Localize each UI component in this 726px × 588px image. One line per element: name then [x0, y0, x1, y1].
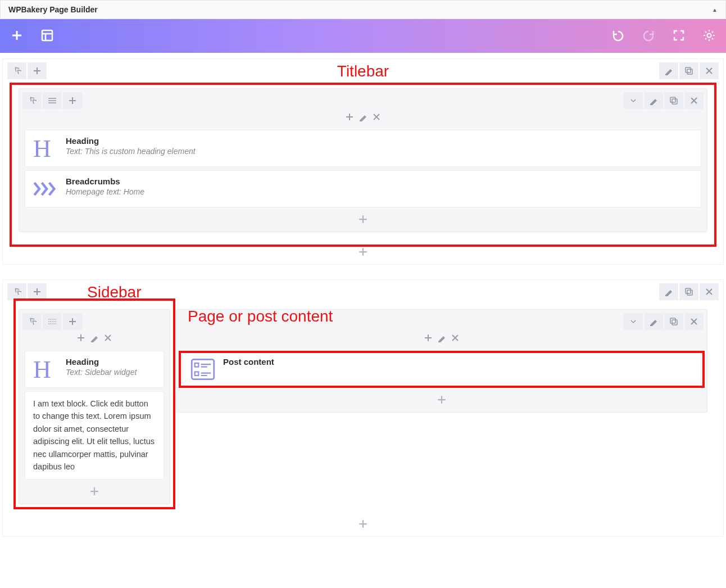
- element-name: Post content: [223, 357, 274, 367]
- column-sidebar: Heading Text: Sidebar widget I am text b…: [19, 309, 170, 504]
- element-post-content[interactable]: Post content: [182, 351, 701, 388]
- inner-edit-icon[interactable]: [359, 112, 367, 123]
- row-append-button[interactable]: [358, 522, 368, 531]
- inner-delete-icon[interactable]: [372, 112, 381, 123]
- element-name: Heading: [66, 136, 196, 146]
- editor-canvas: Titlebar: [0, 53, 726, 559]
- col-drag-handle[interactable]: [22, 313, 42, 330]
- heading-icon: [33, 136, 58, 161]
- element-sub: Homepage text: Home: [66, 187, 144, 196]
- inner-add-icon[interactable]: [424, 333, 433, 344]
- element-name: Breadcrumbs: [66, 177, 144, 186]
- undo-button[interactable]: [611, 29, 625, 44]
- column-content: Page or post content: [176, 309, 707, 413]
- col-options-button[interactable]: [624, 313, 643, 330]
- row-add-button[interactable]: [28, 62, 47, 79]
- col-append-button[interactable]: [437, 397, 447, 406]
- inner-add-icon[interactable]: [76, 333, 85, 344]
- textblock-content: I am text block. Click edit button to ch…: [33, 397, 156, 473]
- redo-button[interactable]: [642, 29, 655, 44]
- heading-icon: [33, 357, 58, 382]
- column-full: Heading Text: This is custom heading ele…: [19, 88, 707, 232]
- col-edit-button[interactable]: [644, 313, 663, 330]
- col-edit-button[interactable]: [644, 92, 663, 109]
- inner-delete-icon[interactable]: [103, 333, 112, 344]
- col-clone-button[interactable]: [664, 313, 683, 330]
- col-delete-button[interactable]: [684, 92, 704, 109]
- row-delete-button[interactable]: [700, 283, 719, 300]
- col-delete-button[interactable]: [684, 313, 704, 330]
- element-sub: Text: This is custom heading element: [66, 147, 196, 156]
- col-layout-button[interactable]: [43, 313, 62, 330]
- row-clone-button[interactable]: [679, 283, 698, 300]
- row-drag-handle[interactable]: [7, 283, 26, 300]
- element-breadcrumbs[interactable]: Breadcrumbs Homepage text: Home: [25, 170, 701, 207]
- inner-delete-icon[interactable]: [451, 333, 460, 344]
- collapse-icon[interactable]: ▲: [712, 7, 718, 13]
- row-content: Sidebar: [2, 279, 724, 537]
- element-textblock[interactable]: I am text block. Click edit button to ch…: [25, 391, 164, 480]
- col-clone-button[interactable]: [664, 92, 683, 109]
- row-edit-button[interactable]: [659, 62, 678, 79]
- row-append-button[interactable]: [358, 250, 368, 259]
- row-drag-handle[interactable]: [7, 62, 26, 79]
- post-content-icon: [190, 357, 215, 382]
- col-options-button[interactable]: [624, 92, 643, 109]
- top-toolbar: [0, 19, 726, 53]
- inner-edit-icon[interactable]: [90, 333, 99, 344]
- element-heading[interactable]: Heading Text: This is custom heading ele…: [25, 130, 701, 167]
- col-drag-handle[interactable]: [22, 92, 42, 109]
- row-clone-button[interactable]: [679, 62, 698, 79]
- settings-button[interactable]: [702, 29, 716, 44]
- inner-edit-icon[interactable]: [437, 333, 446, 344]
- col-add-button[interactable]: [63, 92, 82, 109]
- templates-button[interactable]: [40, 29, 54, 44]
- element-heading[interactable]: Heading Text: Sidebar widget: [25, 351, 164, 388]
- fullscreen-button[interactable]: [672, 29, 686, 44]
- element-name: Heading: [66, 357, 137, 367]
- col-append-button[interactable]: [89, 489, 99, 498]
- row-add-button[interactable]: [28, 283, 47, 300]
- inner-controls: [176, 330, 707, 347]
- panel-title: WPBakery Page Builder: [8, 5, 98, 14]
- col-append-button[interactable]: [358, 217, 368, 226]
- inner-controls: [19, 109, 707, 126]
- inner-controls: [19, 330, 170, 347]
- breadcrumbs-icon: [33, 177, 58, 201]
- panel-header[interactable]: WPBakery Page Builder ▲: [0, 0, 726, 19]
- add-element-button[interactable]: [10, 29, 24, 44]
- row-delete-button[interactable]: [700, 62, 719, 79]
- col-layout-button[interactable]: [43, 92, 62, 109]
- inner-add-icon[interactable]: [345, 112, 354, 123]
- row-edit-button[interactable]: [659, 283, 678, 300]
- col-add-button[interactable]: [63, 313, 82, 330]
- element-sub: Text: Sidebar widget: [66, 368, 137, 377]
- row-titlebar: Titlebar: [2, 58, 724, 265]
